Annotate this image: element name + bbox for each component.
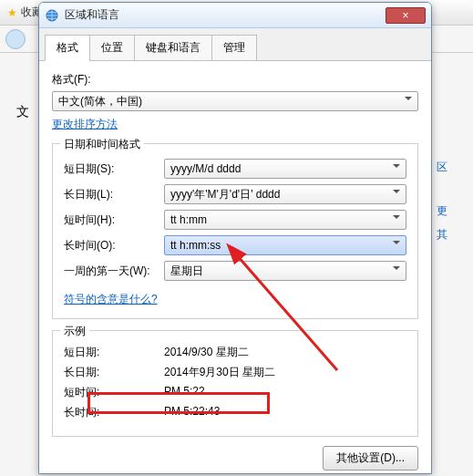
- chevron-down-icon: [393, 215, 400, 222]
- ex-long-date-label: 长日期:: [64, 365, 164, 380]
- ex-long-time-label: 长时间:: [64, 405, 164, 420]
- chevron-down-icon: [393, 190, 400, 197]
- titlebar: 区域和语言 ×: [39, 3, 431, 28]
- side-link[interactable]: 其: [437, 222, 473, 246]
- globe-icon: [45, 8, 59, 23]
- ex-short-date-label: 短日期:: [64, 345, 164, 360]
- tab-location[interactable]: 位置: [89, 35, 135, 61]
- short-date-combo[interactable]: yyyy/M/d dddd: [164, 159, 406, 179]
- close-icon: ×: [402, 9, 408, 22]
- format-label: 格式(F):: [52, 72, 418, 88]
- long-time-combo[interactable]: tt h:mm:ss: [164, 235, 406, 255]
- short-date-label: 短日期(S):: [64, 161, 164, 177]
- other-settings-button[interactable]: 其他设置(D)...: [323, 446, 418, 471]
- example-fieldset: 示例 短日期:2014/9/30 星期二 长日期:2014年9月30日 星期二 …: [52, 330, 418, 437]
- favorite-star-icon: ★: [7, 6, 17, 19]
- format-combo[interactable]: 中文(简体，中国): [52, 91, 418, 111]
- tab-admin[interactable]: 管理: [211, 35, 257, 61]
- first-day-combo[interactable]: 星期日: [164, 261, 406, 281]
- dialog-title: 区域和语言: [65, 7, 386, 23]
- tab-strip: 格式 位置 键盘和语言 管理: [39, 28, 431, 61]
- button-row: 其他设置(D)...: [52, 446, 418, 471]
- symbol-meaning-link[interactable]: 符号的含意是什么?: [64, 292, 158, 307]
- row-short-time: 短时间(H): tt h:mm: [64, 210, 406, 230]
- tab-keyboard[interactable]: 键盘和语言: [134, 35, 212, 61]
- tab-format[interactable]: 格式: [45, 35, 90, 61]
- close-button[interactable]: ×: [386, 7, 426, 24]
- region-language-dialog: 区域和语言 × 格式 位置 键盘和语言 管理 格式(F): 中文(简体，中国) …: [38, 2, 432, 474]
- side-link[interactable]: 更: [437, 199, 473, 222]
- chevron-down-icon: [393, 266, 400, 274]
- side-link[interactable]: 区: [437, 155, 473, 179]
- short-time-combo[interactable]: tt h:mm: [164, 210, 406, 230]
- long-date-label: 长日期(L):: [64, 187, 164, 202]
- ex-long-time-value: PM 5:22:43: [164, 405, 406, 420]
- ex-long-date-value: 2014年9月30日 星期二: [164, 365, 406, 380]
- ex-short-time-label: 短时间:: [64, 385, 164, 400]
- datetime-fieldset: 日期和时间格式 短日期(S): yyyy/M/d dddd 长日期(L): yy…: [52, 143, 418, 319]
- chevron-down-icon: [393, 241, 400, 248]
- long-date-combo[interactable]: yyyy'年'M'月'd'日' dddd: [164, 184, 406, 204]
- first-day-label: 一周的第一天(W):: [64, 264, 164, 279]
- long-time-label: 长时间(O):: [64, 238, 164, 254]
- dialog-body: 格式(F): 中文(简体，中国) 更改排序方法 日期和时间格式 短日期(S): …: [39, 61, 431, 474]
- browser-side-links: 区 更 其: [437, 55, 473, 246]
- ex-short-date-value: 2014/9/30 星期二: [164, 345, 406, 360]
- short-time-label: 短时间(H):: [64, 212, 164, 228]
- row-long-date: 长日期(L): yyyy'年'M'月'd'日' dddd: [64, 184, 406, 204]
- browser-tab-text: 文: [16, 104, 29, 120]
- chevron-down-icon: [393, 164, 400, 171]
- format-value: 中文(简体，中国): [58, 94, 142, 109]
- datetime-legend: 日期和时间格式: [60, 137, 144, 152]
- chevron-down-icon: [405, 97, 412, 104]
- row-first-day: 一周的第一天(W): 星期日: [64, 261, 406, 281]
- row-short-date: 短日期(S): yyyy/M/d dddd: [64, 159, 406, 179]
- back-button-icon[interactable]: [5, 29, 26, 49]
- example-legend: 示例: [60, 324, 89, 339]
- ex-short-time-value: PM 5:22: [164, 385, 406, 400]
- change-sort-link[interactable]: 更改排序方法: [52, 117, 118, 132]
- row-long-time: 长时间(O): tt h:mm:ss: [64, 235, 406, 255]
